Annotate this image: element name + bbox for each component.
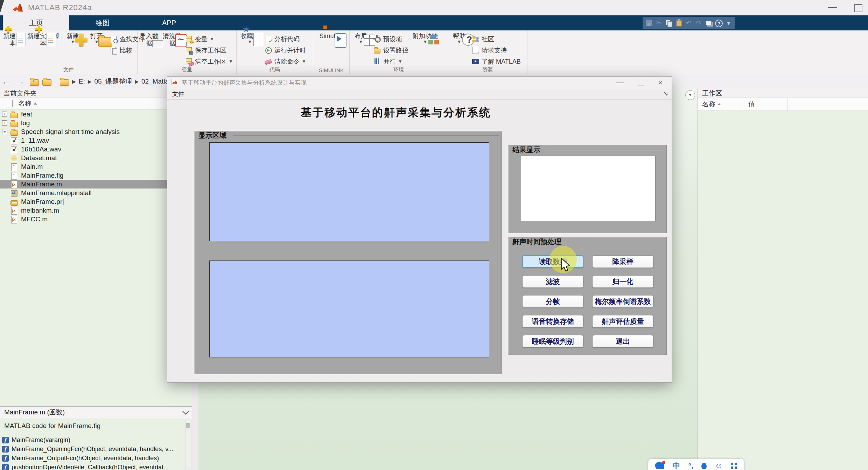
redo-icon[interactable]: ↷ bbox=[694, 19, 703, 28]
expander-icon[interactable]: + bbox=[2, 129, 7, 134]
scrollbar-thumb[interactable] bbox=[186, 423, 190, 428]
window-switch-icon[interactable] bbox=[705, 19, 713, 28]
function-selector[interactable]: MainFrame.m (函数) bbox=[0, 407, 192, 418]
scrollbar[interactable] bbox=[186, 420, 191, 469]
preferences-button[interactable]: 预设项 bbox=[373, 34, 408, 44]
run-and-time-button[interactable]: 运行并计时 bbox=[265, 45, 306, 55]
file-row[interactable]: MainFrame.m bbox=[0, 180, 192, 188]
dialog-title-bar[interactable]: 基于移动平台的鼾声采集与分析系统设计与实现 × bbox=[167, 77, 672, 89]
community-button[interactable]: 社区 bbox=[472, 34, 521, 44]
clear-commands-dropdown-icon: ▼ bbox=[302, 59, 306, 64]
file-row[interactable]: +Speech signal short time analysis bbox=[0, 127, 192, 136]
set-path-button[interactable]: 设置路径 bbox=[373, 45, 408, 55]
file-row[interactable]: +feat bbox=[0, 110, 192, 119]
function-list-item[interactable]: fpushbuttonOpenVideoFile_Callback(hObjec… bbox=[2, 463, 184, 470]
file-row[interactable]: MainFrame.prj bbox=[0, 197, 192, 206]
function-list-item[interactable]: fMainFrame_OutputFcn(hObject, eventdata,… bbox=[2, 454, 184, 463]
variable-button[interactable]: 变量 ▼ bbox=[185, 34, 233, 44]
window-maximize-button[interactable] bbox=[854, 4, 862, 12]
menu-file[interactable]: 文件 bbox=[172, 90, 184, 98]
simulink-button[interactable]: Simulink bbox=[314, 32, 349, 40]
paste-icon[interactable] bbox=[675, 19, 683, 28]
mouse-cursor-icon bbox=[560, 258, 571, 274]
save-workspace-button[interactable]: 保存工作区 bbox=[185, 45, 233, 55]
file-row[interactable]: 16b10Aa.wav bbox=[0, 145, 192, 154]
clear-workspace-button[interactable]: 清空工作区 ▼ bbox=[185, 57, 233, 66]
ime-emoji-icon[interactable]: ☺ bbox=[715, 461, 722, 470]
quick-access-dropdown-icon[interactable]: ▾ bbox=[724, 19, 733, 28]
parallel-button[interactable]: 并行 ▼ bbox=[373, 57, 408, 66]
file-row[interactable]: melbankm.m bbox=[0, 206, 192, 215]
dialog-close-button[interactable]: × bbox=[658, 79, 663, 86]
new-button[interactable]: 新建 ▼ bbox=[61, 32, 85, 44]
dialog-maximize-button[interactable] bbox=[638, 80, 644, 86]
function-list-item[interactable]: fMainFrame_OpeningFcn(hObject, eventdata… bbox=[2, 444, 184, 454]
name-column-label: 名称 bbox=[18, 99, 31, 108]
file-row[interactable]: 1_11.wav bbox=[0, 136, 192, 145]
dialog-button[interactable]: 睡眠等级判别 bbox=[522, 335, 583, 348]
panel-actions-icon[interactable]: ▼ bbox=[685, 90, 695, 100]
package-icon bbox=[10, 189, 18, 197]
tab-plots[interactable]: 绘图 bbox=[69, 15, 136, 30]
breadcrumb-segment[interactable]: E: bbox=[79, 78, 85, 85]
breadcrumb-segment[interactable]: 05_课题整理 bbox=[94, 77, 132, 86]
quick-help-icon[interactable] bbox=[714, 19, 723, 28]
clean-data-button[interactable]: 清洗数据 bbox=[161, 32, 184, 47]
ime-punctuation-icon[interactable]: °, bbox=[688, 462, 693, 470]
dialog-minimize-button[interactable] bbox=[616, 83, 624, 83]
clear-workspace-icon bbox=[185, 58, 193, 65]
learn-matlab-button[interactable]: 了解 MATLAB bbox=[472, 57, 521, 66]
function-name: MainFrame_OutputFcn(hObject, eventdata, … bbox=[12, 455, 159, 462]
dialog-button[interactable]: 降采样 bbox=[592, 255, 653, 268]
matlab-window: MATLAB R2024a 主页 绘图 APP ✂ ↶ ↷ ▾ bbox=[0, 0, 868, 470]
copy-icon[interactable] bbox=[665, 19, 673, 28]
addons-button[interactable]: 附加功能 ▼ bbox=[408, 32, 442, 44]
new-live-script-button[interactable]: 新建实时脚本 bbox=[25, 32, 61, 47]
dialog-button[interactable]: 归一化 bbox=[592, 275, 653, 288]
import-data-button[interactable]: 导入数据 bbox=[138, 32, 161, 47]
save-icon[interactable] bbox=[645, 19, 653, 28]
dialog-button[interactable]: 分帧 bbox=[522, 295, 583, 308]
dock-arrow-icon[interactable]: ↘ bbox=[664, 90, 668, 97]
file-row[interactable]: Main.m bbox=[0, 162, 192, 171]
expander-icon[interactable]: + bbox=[2, 120, 7, 126]
workspace-column-header[interactable]: 名称 值 bbox=[698, 98, 868, 111]
back-icon[interactable]: ← bbox=[0, 76, 13, 87]
dialog-button[interactable]: 滤波 bbox=[522, 275, 583, 288]
ime-language-mode[interactable]: 中 bbox=[672, 461, 680, 470]
dialog-button[interactable]: 鼾声评估质量 bbox=[592, 315, 653, 328]
ime-mascot-icon[interactable] bbox=[655, 462, 664, 469]
analyze-code-button[interactable]: 分析代码 bbox=[265, 34, 306, 44]
tab-apps[interactable]: APP bbox=[136, 15, 202, 30]
file-row[interactable]: Dataset.mat bbox=[0, 154, 192, 162]
dialog-button[interactable]: 退出 bbox=[592, 335, 653, 348]
favorites-button[interactable]: 收藏夹 ▼ bbox=[237, 32, 263, 44]
new-script-button[interactable]: 新建脚本 bbox=[0, 32, 25, 47]
dialog-button[interactable]: 语音转换存储 bbox=[522, 315, 583, 328]
forward-icon[interactable]: → bbox=[13, 76, 27, 87]
file-name: 16b10Aa.wav bbox=[21, 145, 61, 153]
window-minimize-button[interactable] bbox=[828, 7, 837, 8]
function-list-item[interactable]: fMainFrame(varargin) bbox=[2, 435, 184, 444]
cut-icon[interactable]: ✂ bbox=[655, 19, 663, 28]
file-row[interactable]: MainFrame.fig bbox=[0, 171, 192, 180]
layout-button[interactable]: 布局 ▼ bbox=[350, 32, 372, 44]
up-one-level-icon[interactable]: ↑ bbox=[29, 78, 39, 85]
open-button[interactable]: 打开 ▼ bbox=[85, 32, 108, 44]
mfile-icon bbox=[10, 215, 18, 223]
clear-commands-button[interactable]: 清除命令 ▼ bbox=[265, 57, 306, 66]
file-list-column-header[interactable]: 名称 bbox=[0, 98, 192, 109]
file-row[interactable]: +log bbox=[0, 119, 192, 127]
file-row[interactable]: MFCC.m bbox=[0, 215, 192, 223]
dialog-button[interactable]: 梅尔频率倒谱系数 bbox=[592, 295, 653, 308]
ime-toolbox-icon[interactable] bbox=[731, 463, 737, 469]
save-workspace-icon bbox=[185, 47, 193, 54]
file-row[interactable]: MainFrame.mlappinstall bbox=[0, 188, 192, 197]
browse-folder-icon[interactable]: ↑ bbox=[42, 78, 52, 85]
request-support-button[interactable]: 请求支持 bbox=[472, 45, 521, 55]
undo-icon[interactable]: ↶ bbox=[685, 19, 693, 28]
project-icon bbox=[10, 198, 18, 206]
help-button[interactable]: 帮助 ▼ bbox=[448, 32, 470, 44]
expander-icon[interactable]: + bbox=[2, 112, 7, 117]
ime-voice-icon[interactable] bbox=[701, 463, 707, 469]
